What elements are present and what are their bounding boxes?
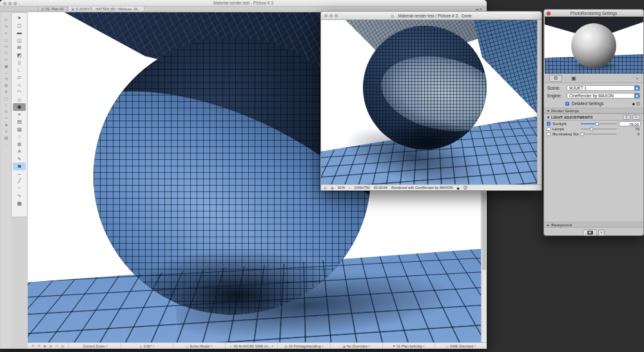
zoom-level[interactable]: 91% [338, 186, 345, 190]
toolbar-icon[interactable]: ◌ [5, 142, 8, 147]
render-vertical-scrollbar[interactable] [537, 20, 542, 184]
render-settings-section-header[interactable]: ▾ Render Settings [544, 108, 643, 113]
tool-icon[interactable]: ◇ [13, 96, 26, 104]
tool-icon[interactable]: ◜ [13, 185, 26, 193]
tool-icon[interactable]: ▤ [13, 118, 26, 126]
background-section-header[interactable]: ▸ Background [544, 222, 643, 228]
toolbar-icon[interactable]: ↔ [4, 71, 8, 75]
slider-handle[interactable] [595, 122, 599, 126]
quick-option-segment[interactable]: ∠ 0,00° ▸ [121, 343, 173, 349]
info-icon[interactable]: i [636, 102, 640, 106]
scene-dropdown[interactable]: MJUKT 1 [567, 85, 640, 91]
zoom-button[interactable] [335, 14, 338, 17]
edit-icon[interactable]: ✎ [632, 115, 640, 120]
tool-icon[interactable]: ○ [13, 133, 26, 141]
tool-icon[interactable]: ➤ [13, 14, 26, 22]
minimize-button[interactable] [8, 2, 12, 5]
quick-option-segment[interactable]: ▭ SWE Standard ▸ [434, 343, 487, 349]
tool-icon[interactable]: ◻ [13, 22, 26, 30]
close-button[interactable] [547, 12, 551, 15]
tool-icon[interactable]: ≡ [13, 111, 26, 119]
tab-settings[interactable]: ⚙ [549, 75, 562, 82]
disclosure-triangle-icon[interactable]: ▸ [547, 222, 549, 227]
tool-icon[interactable]: A [13, 148, 26, 155]
columns-icon[interactable]: ‖ [623, 115, 630, 120]
quick-option-segment[interactable]: ✓ 00 ArchiCAD SWE int... ▸ [225, 343, 277, 349]
light-checkbox[interactable]: ✓ [547, 132, 551, 136]
toolbar-icon[interactable]: ◇ [5, 51, 8, 55]
quick-option-segment[interactable]: Current Zoom ▸ [68, 343, 121, 349]
main-titlebar[interactable]: Material render test - Picture # 3 [0, 0, 487, 6]
tool-icon[interactable]: ∿ [13, 192, 26, 200]
document-tab[interactable]: ▤ 01. Plan 00 [37, 6, 68, 11]
tool-icon[interactable]: ↔ [13, 170, 26, 178]
toolbar-icon[interactable]: ▤ [4, 136, 8, 141]
nav-icon[interactable]: ⊖ [49, 344, 52, 348]
tool-icon[interactable]: ▱ [13, 73, 26, 81]
panel-titlebar[interactable]: PhotoRendering Settings [544, 10, 643, 17]
dropdown-stepper-icon[interactable] [634, 93, 639, 98]
nav-icon[interactable]: ↷ [37, 344, 41, 348]
tool-icon[interactable]: ∟ [13, 66, 26, 74]
scrollbar-thumb[interactable] [482, 193, 486, 270]
toolbar-icon[interactable]: ◻ [5, 38, 8, 43]
chevron-right-icon[interactable]: ▸ [349, 186, 350, 190]
nav-icon[interactable]: ☞ [55, 344, 58, 348]
tool-icon[interactable]: ▨ [13, 126, 26, 133]
nav-icon[interactable]: ⊕ [43, 344, 46, 348]
zoom-in-icon[interactable]: ⊕ [331, 186, 334, 190]
disclosure-triangle-icon[interactable]: ▾ [547, 115, 549, 119]
tool-icon[interactable]: ✎ [13, 155, 26, 163]
toolbar-icon[interactable]: ⊙ [5, 110, 8, 114]
toolbar-icon[interactable]: ✂ [5, 58, 8, 63]
tool-icon[interactable]: ▦ [13, 200, 26, 208]
disclosure-triangle-icon[interactable]: ▾ [547, 108, 549, 113]
tool-icon[interactable]: ▯ [13, 59, 26, 66]
camera-dropdown-button[interactable]: ▾ [598, 230, 605, 236]
tool-icon[interactable]: ◫ [13, 37, 26, 44]
toolbar-icon[interactable]: ▣ [4, 64, 8, 69]
tool-icon[interactable]: ⌂ [13, 81, 26, 89]
nav-icon[interactable]: ↶ [32, 344, 35, 348]
engine-dropdown[interactable]: CineRender by MAXON [567, 93, 640, 99]
tool-icon[interactable]: ◩ [13, 52, 26, 59]
light-value[interactable]: 78,00 [619, 121, 641, 126]
tool-icon[interactable]: ◙ [13, 162, 26, 170]
light-slider[interactable] [581, 133, 617, 135]
close-button[interactable] [324, 14, 327, 17]
toolbar-icon[interactable]: ○ [5, 103, 8, 108]
toolbar-icon[interactable]: ≈ [5, 116, 8, 121]
detailed-settings-checkbox[interactable]: ✓ [565, 102, 569, 106]
quick-option-segment[interactable]: ◻ Entire Model ▸ [173, 343, 225, 349]
zoom-button[interactable] [14, 2, 17, 5]
light-checkbox[interactable]: ✓ [547, 127, 551, 131]
minimize-button[interactable] [329, 14, 333, 17]
toolbar-icon[interactable]: ◊ [5, 130, 7, 134]
light-value[interactable]: 70 [619, 127, 641, 131]
toolbar-icon[interactable]: ↶ [5, 19, 8, 23]
toolbar-icon[interactable]: ◈ [5, 123, 8, 128]
toolbar-icon[interactable]: # [5, 90, 8, 95]
quick-option-segment[interactable]: ⚑ 01 Plan befintlig ▸ [382, 343, 434, 349]
toolbar-icon[interactable]: ↷ [5, 25, 8, 30]
info-icon[interactable]: i [463, 186, 467, 190]
teamwork-cloud-button[interactable]: ☁ ▾ [475, 6, 482, 11]
toolbar-icon[interactable]: ⟲ [5, 77, 8, 82]
tool-icon[interactable]: ▬ [13, 29, 26, 37]
light-adjustments-header[interactable]: ▾ LIGHT ADJUSTMENTS ‖ ✎ [544, 113, 643, 121]
tool-icon[interactable]: ◉ [13, 103, 26, 111]
render-window-titlebar[interactable]: ◎ Material render test / Picture # 3 Don… [321, 12, 542, 20]
light-value[interactable]: 0 [619, 132, 641, 136]
quick-option-segment[interactable]: ◪ No Overrides ▸ [330, 343, 382, 349]
nav-icon[interactable]: ◎ [61, 344, 64, 348]
slider-handle[interactable] [580, 132, 584, 136]
dropdown-stepper-icon[interactable] [634, 86, 639, 90]
camera-button[interactable] [583, 230, 597, 236]
tool-icon[interactable]: ◠ [13, 88, 26, 96]
toolbar-icon[interactable]: ▢ [4, 97, 8, 101]
toolbar-icon[interactable]: ▭ [4, 44, 8, 49]
toolbar-icon[interactable]: ⊞ [5, 84, 8, 88]
zoom-out-icon[interactable]: ⊙ [324, 186, 327, 190]
light-slider[interactable] [581, 128, 617, 130]
close-button[interactable] [3, 2, 6, 5]
